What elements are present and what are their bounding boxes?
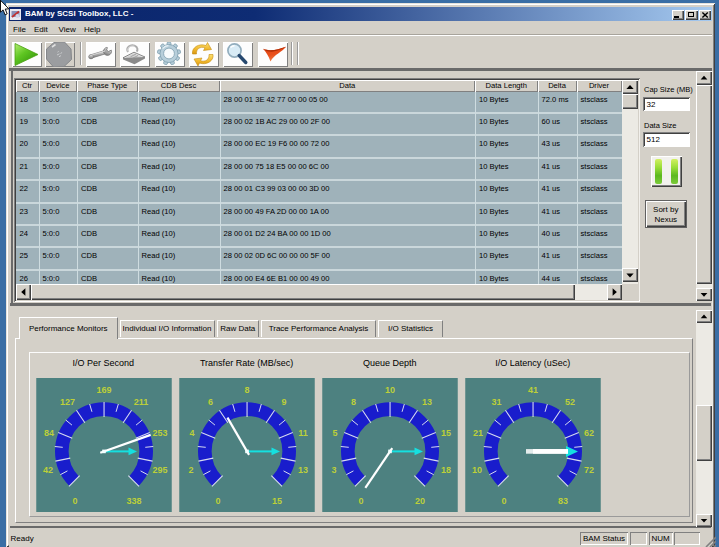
svg-text:21: 21 (473, 428, 483, 438)
svg-text:0: 0 (215, 496, 220, 506)
svg-text:4: 4 (189, 428, 194, 438)
svg-text:8: 8 (351, 397, 356, 407)
svg-text:0: 0 (359, 496, 364, 506)
svg-text:11: 11 (298, 428, 308, 438)
svg-text:6: 6 (208, 397, 213, 407)
svg-text:83: 83 (558, 496, 568, 506)
svg-text:10: 10 (472, 465, 482, 475)
svg-text:9: 9 (281, 397, 286, 407)
svg-text:211: 211 (133, 397, 148, 407)
svg-text:84: 84 (44, 428, 54, 438)
svg-text:72: 72 (584, 465, 594, 475)
svg-text:20: 20 (415, 496, 425, 506)
svg-text:18: 18 (441, 465, 451, 475)
svg-text:253: 253 (152, 428, 167, 438)
svg-text:3: 3 (332, 465, 337, 475)
svg-text:62: 62 (584, 428, 594, 438)
svg-text:5: 5 (333, 428, 338, 438)
svg-text:52: 52 (565, 397, 575, 407)
svg-text:8: 8 (244, 385, 249, 395)
svg-text:338: 338 (126, 496, 141, 506)
svg-text:0: 0 (72, 496, 77, 506)
svg-text:15: 15 (272, 496, 282, 506)
svg-text:15: 15 (441, 428, 451, 438)
svg-text:31: 31 (491, 397, 501, 407)
svg-text:0: 0 (502, 496, 507, 506)
svg-text:2: 2 (188, 465, 193, 475)
svg-text:10: 10 (385, 385, 395, 395)
svg-text:41: 41 (528, 385, 538, 395)
svg-text:42: 42 (43, 465, 53, 475)
svg-text:13: 13 (422, 397, 432, 407)
svg-text:13: 13 (298, 465, 308, 475)
svg-text:295: 295 (152, 465, 167, 475)
svg-text:169: 169 (96, 385, 111, 395)
svg-text:127: 127 (60, 397, 75, 407)
